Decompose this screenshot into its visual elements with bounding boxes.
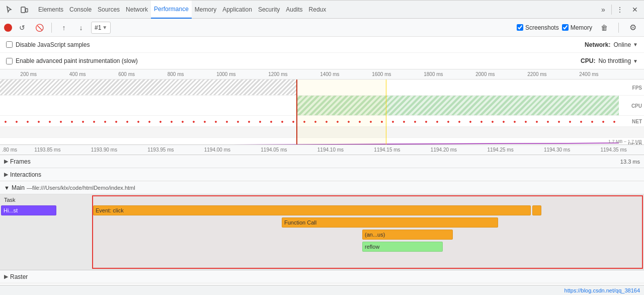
tick-1000: 1000 ms: [216, 71, 235, 77]
devtools-menu-button[interactable]: ⋮: [613, 3, 627, 17]
fps-diagonal-pattern: [0, 80, 296, 95]
flame-function-call[interactable]: Function Call: [282, 217, 498, 228]
capture-settings-button[interactable]: ⚙: [626, 21, 640, 35]
tab-performance[interactable]: Performance: [151, 1, 192, 19]
fps-label: FPS: [632, 85, 642, 90]
detail-ruler: .80 ms 1193.85 ms 1193.90 ms 1193.95 ms …: [0, 145, 644, 155]
svg-rect-0: [21, 7, 25, 13]
tab-sources[interactable]: Sources: [95, 1, 123, 19]
network-select[interactable]: Online ▼: [613, 41, 638, 48]
tab-application[interactable]: Application: [219, 1, 255, 19]
disable-js-samples-checkbox[interactable]: [6, 41, 13, 48]
options-panel: Disable JavaScript samples Network: Onli…: [0, 37, 644, 69]
network-cpu-options: Network: Online ▼: [585, 41, 638, 48]
disable-js-samples-option[interactable]: Disable JavaScript samples: [6, 41, 90, 48]
tick-200: 200 ms: [20, 71, 37, 77]
detail-tick-10: 1194.35 ms: [600, 147, 626, 153]
detail-tick-3: 1194.00 ms: [204, 147, 230, 153]
main-body[interactable]: Task Hi...st Event: click Function Call …: [0, 194, 644, 270]
disable-js-samples-label: Disable JavaScript samples: [16, 41, 90, 48]
flame-event-click[interactable]: Event: click: [93, 205, 531, 215]
tracks-container[interactable]: ▶ Frames 13.3 ms ▶ Interactions ▼ Main —…: [0, 155, 644, 285]
net-label: NET: [632, 118, 642, 124]
ruler-right: [619, 69, 644, 79]
selection-indicator: [296, 80, 386, 144]
frames-arrow[interactable]: ▶: [0, 158, 8, 165]
enable-paint-checkbox[interactable]: [6, 58, 13, 64]
screenshots-label: Screenshots: [525, 24, 559, 31]
tab-list: Elements Console Sources Network Perform…: [35, 1, 596, 19]
tick-2400: 2400 ms: [579, 71, 598, 77]
tabs-list: Elements Console Sources Network Perform…: [35, 1, 596, 19]
detail-tick-6: 1194.15 ms: [374, 147, 400, 153]
load-profile-button[interactable]: ↑: [57, 21, 71, 35]
detail-tick-7: 1194.20 ms: [431, 147, 457, 153]
clear-button[interactable]: 🗑: [597, 21, 611, 35]
detail-tick-0: 1193.85 ms: [34, 147, 60, 153]
devtools-window: Elements Console Sources Network Perform…: [0, 0, 644, 295]
tick-1600: 1600 ms: [372, 71, 391, 77]
profile-dropdown-arrow: ▼: [102, 25, 107, 30]
flame-reflow[interactable]: reflow: [362, 242, 443, 252]
reload-profile-button[interactable]: ↺: [15, 21, 29, 35]
task-label-row: Task: [0, 194, 644, 205]
tab-bar: Elements Console Sources Network Perform…: [0, 1, 644, 19]
memory-checkbox-label[interactable]: Memory: [562, 24, 592, 31]
timeline-area: 200 ms 400 ms 600 ms 800 ms 1000 ms 1200…: [0, 69, 644, 285]
task-label: Task: [4, 197, 16, 203]
flame-area: Hi...st Event: click Function Call (an..…: [0, 205, 644, 270]
profile-selector[interactable]: #1 ▼: [91, 22, 111, 34]
tab-network[interactable]: Network: [123, 1, 151, 19]
performance-toolbar: ↺ 🚫 ↑ ↓ #1 ▼ Screenshots Memory 🗑 ⚙: [0, 19, 644, 37]
tick-600: 600 ms: [118, 71, 135, 77]
record-button[interactable]: [4, 24, 12, 32]
network-label: Network:: [585, 41, 610, 48]
flame-hist[interactable]: Hi...st: [1, 205, 56, 215]
ruler-ticks: 200 ms 400 ms 600 ms 800 ms 1000 ms 1200…: [0, 69, 619, 79]
tick-800: 800 ms: [168, 71, 184, 77]
tab-memory[interactable]: Memory: [192, 1, 219, 19]
interactions-section: ▶ Interactions: [0, 168, 644, 181]
status-bar: https://blog.csdn.net/qq_38164: [0, 285, 644, 295]
screenshots-checkbox[interactable]: [517, 24, 523, 31]
profile-value: #1: [95, 24, 101, 31]
save-profile-button[interactable]: ↓: [74, 21, 88, 35]
more-tabs-button[interactable]: »: [596, 3, 610, 17]
close-devtools-button[interactable]: ✕: [628, 3, 642, 17]
options-row-2: Enable advanced paint instrumentation (s…: [0, 53, 644, 69]
detail-tick-4: 1194.05 ms: [261, 147, 287, 153]
cpu-value: No throttling: [598, 57, 631, 64]
frames-value: 13.3 ms: [620, 159, 644, 165]
stop-button[interactable]: 🚫: [32, 21, 46, 35]
flame-anus[interactable]: (an...us): [362, 230, 453, 240]
interactions-arrow[interactable]: ▶: [0, 171, 8, 178]
raster-arrow[interactable]: ▶: [4, 273, 8, 280]
tick-400: 400 ms: [69, 71, 86, 77]
memory-checkbox[interactable]: [562, 24, 569, 31]
options-row-1: Disable JavaScript samples Network: Onli…: [0, 37, 644, 53]
interactions-label: Interactions: [10, 171, 41, 178]
tab-redux[interactable]: Redux: [306, 1, 330, 19]
tick-1400: 1400 ms: [320, 71, 339, 77]
tab-security[interactable]: Security: [255, 1, 283, 19]
flame-extra-1[interactable]: [532, 205, 541, 215]
tab-audits[interactable]: Audits: [283, 1, 305, 19]
tab-elements[interactable]: Elements: [35, 1, 66, 19]
tab-console[interactable]: Console: [66, 1, 95, 19]
main-arrow[interactable]: ▼: [4, 185, 10, 191]
overview-ruler: 200 ms 400 ms 600 ms 800 ms 1000 ms 1200…: [0, 69, 644, 80]
overview-tracks[interactable]: FPS CPU NET: [0, 80, 644, 145]
device-icon[interactable]: [17, 3, 31, 17]
status-url[interactable]: https://blog.csdn.net/qq_38164: [565, 287, 640, 293]
cpu-options: CPU: No throttling ▼: [581, 57, 638, 64]
tick-2000: 2000 ms: [475, 71, 495, 77]
cursor-icon[interactable]: [2, 3, 16, 17]
enable-paint-option[interactable]: Enable advanced paint instrumentation (s…: [6, 57, 138, 64]
screenshots-checkbox-label[interactable]: Screenshots: [517, 24, 559, 31]
cpu-select[interactable]: No throttling ▼: [598, 57, 638, 64]
detail-tick-9: 1194.30 ms: [544, 147, 570, 153]
detail-ticks: 1193.85 ms 1193.90 ms 1193.95 ms 1194.00…: [17, 147, 644, 153]
heap-value: 1.7 MB – 1.7 MB: [608, 139, 642, 144]
network-value: Online: [613, 41, 631, 48]
svg-rect-1: [26, 9, 28, 12]
